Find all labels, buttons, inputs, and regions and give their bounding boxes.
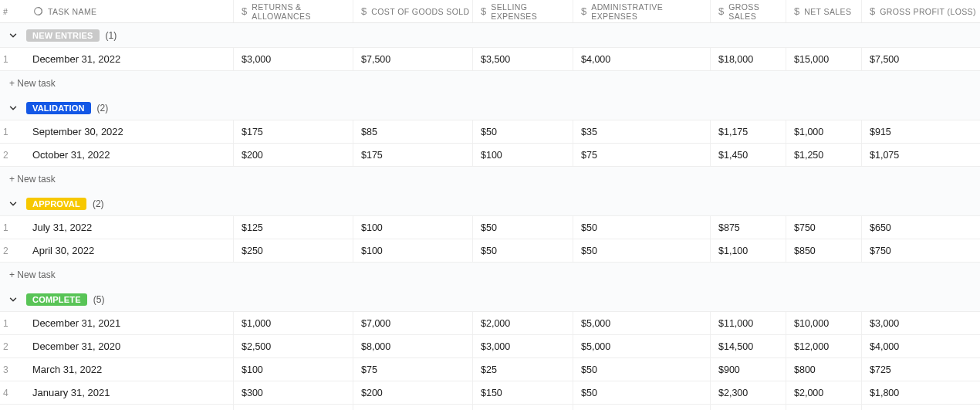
table-row[interactable]: 2October 31, 2022$200$175$100$75$1,450$1…	[0, 144, 980, 167]
admin-cell[interactable]: $5,000	[581, 341, 610, 352]
admin-cell[interactable]: $50	[581, 246, 597, 256]
selling-cell[interactable]: $3,000	[481, 341, 510, 352]
group-header[interactable]: COMPLETE(5)	[0, 287, 980, 312]
gross-profit-cell[interactable]: $1,800	[870, 388, 899, 398]
gross-sales-cell[interactable]: $18,000	[718, 54, 753, 65]
table-row[interactable]: 1December 31, 2022$3,000$7,500$3,500$4,0…	[0, 48, 980, 71]
cogs-cell[interactable]: $75	[361, 364, 377, 375]
gross-sales-cell[interactable]: $900	[718, 364, 740, 375]
col-header-cogs[interactable]: $ COST OF GOODS SOLD	[353, 0, 472, 22]
admin-cell[interactable]: $5,000	[581, 318, 610, 329]
admin-cell[interactable]: $50	[581, 222, 597, 233]
gross-profit-cell[interactable]: $725	[870, 364, 891, 375]
chevron-down-icon[interactable]	[6, 101, 20, 115]
cogs-cell[interactable]: $85	[361, 127, 377, 137]
gross-profit-cell[interactable]: $650	[870, 222, 891, 233]
cogs-cell[interactable]: $8,000	[361, 341, 390, 352]
gross-profit-cell[interactable]: $1,075	[870, 150, 899, 161]
task-name-cell[interactable]: January 31, 2021	[32, 387, 110, 398]
table-row[interactable]: 1December 31, 2021$1,000$7,000$2,000$5,0…	[0, 312, 980, 335]
net-sales-cell[interactable]: $850	[794, 246, 816, 256]
col-header-returns[interactable]: $ RETURNS & ALLOWANCES	[233, 0, 353, 22]
group-header[interactable]: NEW ENTRIES(1)	[0, 23, 980, 48]
chevron-down-icon[interactable]	[6, 293, 20, 307]
col-header-selling[interactable]: $ SELLING EXPENSES	[472, 0, 573, 22]
group-header[interactable]: APPROVAL(2)	[0, 191, 980, 216]
net-sales-cell[interactable]: $1,250	[794, 150, 823, 161]
selling-cell[interactable]: $150	[481, 388, 502, 398]
gross-profit-cell[interactable]: $750	[870, 246, 891, 256]
task-name-cell[interactable]: October 31, 2022	[32, 149, 110, 161]
net-sales-cell[interactable]: $10,000	[794, 318, 829, 329]
col-header-net-sales[interactable]: $ NET SALES	[786, 0, 861, 22]
group-header[interactable]: VALIDATION(2)	[0, 96, 980, 120]
net-sales-cell[interactable]: $750	[794, 222, 816, 233]
returns-cell[interactable]: $100	[242, 364, 263, 375]
gross-sales-cell[interactable]: $1,450	[718, 150, 748, 161]
net-sales-cell[interactable]: $12,000	[794, 341, 829, 352]
returns-cell[interactable]: $200	[242, 150, 263, 161]
returns-cell[interactable]: $1,000	[242, 318, 271, 329]
table-row[interactable]: 5March 31, 2021$450$250$175$75$700$250$0	[0, 405, 980, 410]
task-name-cell[interactable]: April 30, 2022	[32, 245, 94, 256]
net-sales-cell[interactable]: $2,000	[794, 388, 823, 398]
status-badge[interactable]: NEW ENTRIES	[26, 29, 100, 42]
cogs-cell[interactable]: $100	[361, 222, 383, 233]
task-name-cell[interactable]: September 30, 2022	[32, 126, 123, 137]
gross-profit-cell[interactable]: $3,000	[870, 318, 899, 329]
net-sales-cell[interactable]: $800	[794, 364, 816, 375]
returns-cell[interactable]: $250	[242, 246, 263, 256]
cogs-cell[interactable]: $7,000	[361, 318, 390, 329]
selling-cell[interactable]: $3,500	[481, 54, 510, 65]
selling-cell[interactable]: $2,000	[481, 318, 510, 329]
table-row[interactable]: 2April 30, 2022$250$100$50$50$1,100$850$…	[0, 239, 980, 263]
task-name-cell[interactable]: December 31, 2022	[32, 53, 120, 65]
returns-cell[interactable]: $300	[242, 388, 263, 398]
task-name-cell[interactable]: July 31, 2022	[32, 222, 92, 233]
cogs-cell[interactable]: $100	[361, 246, 383, 256]
new-task-button[interactable]: + New task	[0, 71, 980, 96]
gross-profit-cell[interactable]: $915	[870, 127, 891, 137]
col-header-number[interactable]: #	[0, 0, 28, 22]
returns-cell[interactable]: $3,000	[242, 54, 271, 65]
col-header-gross-profit[interactable]: $ GROSS PROFIT (LOSS)	[861, 0, 980, 22]
admin-cell[interactable]: $35	[581, 127, 597, 137]
gross-sales-cell[interactable]: $2,300	[718, 388, 748, 398]
chevron-down-icon[interactable]	[6, 29, 20, 42]
cogs-cell[interactable]: $7,500	[361, 54, 390, 65]
selling-cell[interactable]: $100	[481, 150, 502, 161]
admin-cell[interactable]: $50	[581, 388, 597, 398]
chevron-down-icon[interactable]	[6, 197, 20, 211]
status-badge[interactable]: VALIDATION	[26, 102, 91, 114]
table-row[interactable]: 1July 31, 2022$125$100$50$50$875$750$650	[0, 216, 980, 239]
selling-cell[interactable]: $50	[481, 222, 497, 233]
table-row[interactable]: 2December 31, 2020$2,500$8,000$3,000$5,0…	[0, 335, 980, 358]
gross-profit-cell[interactable]: $4,000	[870, 341, 899, 352]
status-badge[interactable]: COMPLETE	[26, 293, 87, 306]
cogs-cell[interactable]: $175	[361, 150, 383, 161]
gross-sales-cell[interactable]: $1,100	[718, 246, 748, 256]
selling-cell[interactable]: $50	[481, 246, 497, 256]
task-name-cell[interactable]: March 31, 2022	[32, 364, 102, 375]
admin-cell[interactable]: $75	[581, 150, 597, 161]
cogs-cell[interactable]: $200	[361, 388, 383, 398]
gross-sales-cell[interactable]: $11,000	[718, 318, 753, 329]
net-sales-cell[interactable]: $15,000	[794, 54, 829, 65]
net-sales-cell[interactable]: $1,000	[794, 127, 823, 137]
returns-cell[interactable]: $175	[242, 127, 263, 137]
returns-cell[interactable]: $2,500	[242, 341, 271, 352]
gross-profit-cell[interactable]: $7,500	[870, 54, 899, 65]
col-header-admin[interactable]: $ ADMINISTRATIVE EXPENSES	[573, 0, 710, 22]
selling-cell[interactable]: $50	[481, 127, 497, 137]
table-row[interactable]: 4January 31, 2021$300$200$150$50$2,300$2…	[0, 381, 980, 405]
admin-cell[interactable]: $50	[581, 364, 597, 375]
task-name-cell[interactable]: December 31, 2020	[32, 341, 120, 352]
col-header-gross-sales[interactable]: $ GROSS SALES	[710, 0, 786, 22]
new-task-button[interactable]: + New task	[0, 263, 980, 287]
gross-sales-cell[interactable]: $875	[718, 222, 740, 233]
gross-sales-cell[interactable]: $1,175	[718, 127, 748, 137]
col-header-task[interactable]: TASK NAME	[28, 0, 233, 22]
table-row[interactable]: 1September 30, 2022$175$85$50$35$1,175$1…	[0, 120, 980, 144]
returns-cell[interactable]: $125	[242, 222, 263, 233]
table-row[interactable]: 3March 31, 2022$100$75$25$50$900$800$725	[0, 358, 980, 381]
